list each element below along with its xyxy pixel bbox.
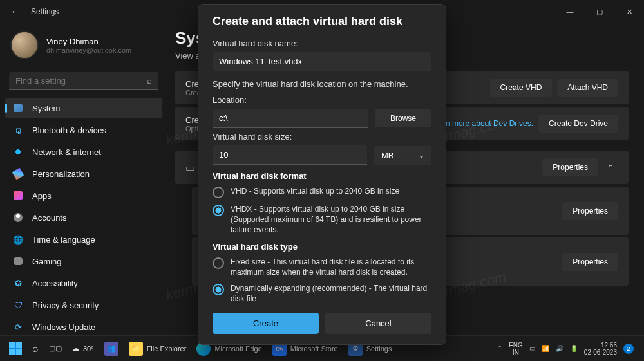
windows-icon bbox=[9, 342, 22, 355]
create-vhd-dialog: Create and attach virtual hard disk Virt… bbox=[198, 4, 446, 345]
weather-temp: 30° bbox=[83, 345, 94, 353]
type-dynamic-option[interactable]: Dynamically expanding (recommended) - Th… bbox=[213, 283, 431, 304]
type-fixed-option[interactable]: Fixed size - This virtual hard disk file… bbox=[213, 257, 431, 277]
taskbar-label: Settings bbox=[366, 345, 392, 353]
taskview-button[interactable]: ▢▢ bbox=[44, 342, 67, 355]
name-label: Virtual hard disk name: bbox=[213, 39, 431, 48]
vhd-name-input[interactable] bbox=[213, 52, 431, 71]
taskbar-label: Microsoft Store bbox=[290, 345, 338, 353]
browse-button[interactable]: Browse bbox=[375, 109, 431, 127]
unit-value: MB bbox=[381, 151, 394, 160]
wifi-icon[interactable]: 📶 bbox=[542, 345, 549, 352]
size-input[interactable] bbox=[213, 145, 367, 165]
option-label: Fixed size - This virtual hard disk file… bbox=[231, 257, 431, 277]
dialog-overlay: Create and attach virtual hard disk Virt… bbox=[0, 0, 644, 361]
taskbar-label: Microsoft Edge bbox=[214, 345, 261, 353]
search-button[interactable]: ⌕ bbox=[27, 340, 44, 357]
format-heading: Virtual hard disk format bbox=[213, 171, 431, 181]
clock[interactable]: 12:5502-06-2023 bbox=[584, 342, 617, 356]
search-icon: ⌕ bbox=[32, 343, 39, 355]
location-label: Location: bbox=[213, 95, 431, 105]
folder-icon: 📁 bbox=[129, 342, 143, 356]
size-label: Virtual hard disk size: bbox=[213, 132, 431, 142]
volume-icon[interactable]: 🔊 bbox=[556, 345, 564, 352]
chevron-up-icon[interactable]: ⌃ bbox=[497, 345, 502, 352]
weather-widget[interactable]: ☁30° bbox=[67, 342, 99, 355]
radio-icon bbox=[213, 205, 224, 216]
location-help: Specify the virtual hard disk location o… bbox=[213, 79, 431, 89]
radio-icon bbox=[213, 187, 224, 198]
dialog-title: Create and attach virtual hard disk bbox=[213, 15, 431, 28]
taskbar-label: File Explorer bbox=[147, 345, 187, 353]
option-label: VHDX - Supports virtual disk up to 2040 … bbox=[231, 204, 431, 236]
battery-icon[interactable]: 🔋 bbox=[570, 345, 578, 352]
option-label: Dynamically expanding (recommended) - Th… bbox=[231, 283, 431, 304]
radio-icon bbox=[213, 284, 224, 295]
teams-button[interactable]: 👥 bbox=[99, 339, 124, 358]
location-input[interactable] bbox=[213, 109, 368, 128]
taskview-icon: ▢▢ bbox=[49, 344, 62, 353]
cast-icon[interactable]: ▭ bbox=[529, 345, 535, 352]
teams-icon: 👥 bbox=[104, 342, 118, 356]
cancel-button[interactable]: Cancel bbox=[325, 313, 431, 334]
radio-icon bbox=[213, 257, 224, 269]
type-heading: Virtual hard disk type bbox=[213, 242, 431, 252]
start-button[interactable] bbox=[4, 340, 27, 358]
weather-icon: ☁ bbox=[72, 344, 79, 353]
create-button[interactable]: Create bbox=[213, 313, 319, 334]
size-unit-select[interactable]: MB bbox=[374, 146, 431, 165]
notification-badge[interactable]: 2 bbox=[623, 344, 634, 354]
language-indicator[interactable]: ENGIN bbox=[509, 342, 523, 356]
explorer-button[interactable]: 📁File Explorer bbox=[124, 339, 192, 358]
format-vhdx-option[interactable]: VHDX - Supports virtual disk up to 2040 … bbox=[213, 204, 431, 236]
format-vhd-option[interactable]: VHD - Supports virtual disk up to 2040 G… bbox=[213, 186, 431, 198]
option-label: VHD - Supports virtual disk up to 2040 G… bbox=[231, 186, 399, 196]
